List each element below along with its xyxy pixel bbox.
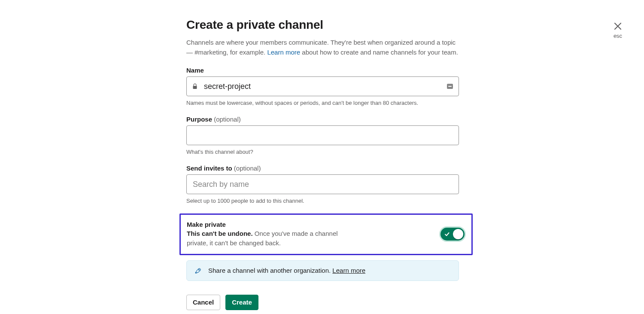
make-private-toggle[interactable] [440, 228, 465, 241]
make-private-body: This can't be undone. Once you've made a… [187, 229, 358, 248]
create-channel-modal: Create a private channel Channels are wh… [186, 18, 459, 310]
close-label: esc [613, 33, 623, 39]
toggle-knob [453, 229, 463, 239]
purpose-input[interactable] [186, 125, 459, 145]
invites-help-text: Select up to 1000 people to add to this … [186, 198, 459, 204]
desc-after: about how to create and name channels fo… [300, 49, 458, 56]
invites-input[interactable] [186, 174, 459, 194]
svg-rect-0 [193, 86, 197, 89]
learn-more-link[interactable]: Learn more [267, 49, 300, 56]
make-private-title: Make private [187, 221, 358, 228]
share-banner-text: Share a channel with another organizatio… [208, 267, 365, 274]
purpose-label: Purpose (optional) [186, 116, 459, 123]
rocket-icon [194, 267, 202, 274]
purpose-help-text: What's this channel about? [186, 149, 459, 155]
channel-name-input[interactable] [186, 76, 459, 96]
check-icon [444, 231, 450, 237]
name-help-text: Names must be lowercase, without spaces … [186, 100, 459, 106]
modal-buttons: Cancel Create [186, 295, 459, 310]
lock-icon [192, 83, 197, 89]
create-button[interactable]: Create [225, 295, 258, 310]
purpose-optional: (optional) [214, 116, 241, 123]
modal-description: Channels are where your members communic… [186, 38, 459, 57]
close-button[interactable]: esc [613, 21, 623, 39]
invites-optional: (optional) [234, 165, 261, 172]
make-private-section: Make private This can't be undone. Once … [179, 213, 473, 255]
close-icon [613, 21, 623, 31]
invites-label: Send invites to (optional) [186, 165, 459, 172]
name-label: Name [186, 67, 459, 74]
cancel-button[interactable]: Cancel [186, 295, 220, 310]
modal-title: Create a private channel [186, 18, 459, 32]
keyboard-key-icon [447, 84, 453, 89]
share-learn-more-link[interactable]: Learn more [332, 267, 365, 274]
share-channel-banner: Share a channel with another organizatio… [186, 260, 459, 281]
